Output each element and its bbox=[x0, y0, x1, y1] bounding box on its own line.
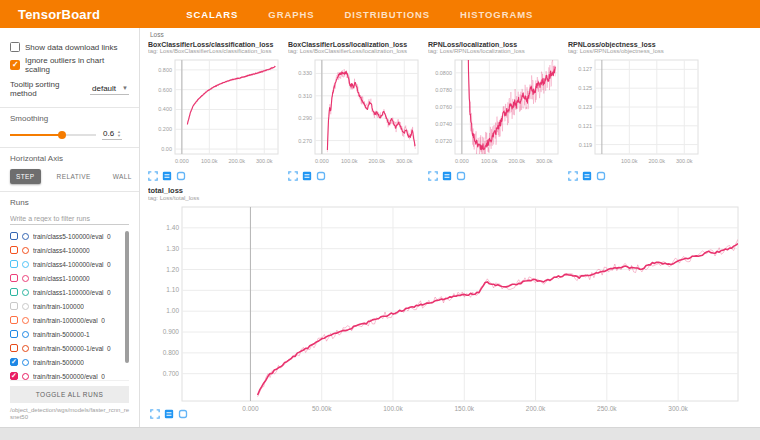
chart-title: BoxClassifierLoss/classification_loss bbox=[148, 41, 282, 48]
pin-icon[interactable] bbox=[456, 171, 466, 181]
runs-label: Runs bbox=[10, 198, 129, 207]
svg-text:100.0k: 100.0k bbox=[341, 158, 358, 164]
category-header-loss[interactable]: Loss bbox=[150, 31, 760, 38]
tooltip-sorting-dropdown[interactable]: default ▼ bbox=[90, 84, 129, 95]
chart-actions bbox=[428, 171, 562, 181]
chart-tag: tag: Loss/BoxClassifierLoss/localization… bbox=[288, 48, 422, 54]
chart-actions bbox=[288, 171, 422, 181]
run-color-circle-icon[interactable] bbox=[22, 247, 29, 254]
axis-button-wall[interactable]: WALL bbox=[107, 169, 138, 184]
svg-text:1.20: 1.20 bbox=[166, 266, 179, 273]
run-checkbox[interactable] bbox=[10, 372, 18, 380]
show-download-links-label: Show data download links bbox=[25, 43, 118, 52]
stepper-arrows-icon[interactable]: ▲▼ bbox=[117, 130, 121, 138]
run-color-circle-icon[interactable] bbox=[22, 331, 29, 338]
run-item[interactable]: train/class5-100000/eval_0 bbox=[10, 229, 129, 243]
tab-graphs[interactable]: GRAPHS bbox=[268, 9, 314, 20]
svg-text:0.125: 0.125 bbox=[578, 85, 592, 91]
runs-filter-input[interactable] bbox=[10, 213, 129, 225]
data-table-icon[interactable] bbox=[582, 171, 592, 181]
smoothing-slider[interactable] bbox=[10, 134, 96, 136]
run-item[interactable]: train/class4-100000 bbox=[10, 243, 129, 257]
run-checkbox[interactable] bbox=[10, 232, 18, 240]
svg-text:0.00: 0.00 bbox=[161, 146, 172, 152]
run-name: train/class5-100000/eval_0 bbox=[33, 233, 111, 240]
line-chart[interactable]: 0.3300.3100.2900.2700.000100.0k200.0k300… bbox=[288, 56, 422, 170]
chart-card-total-loss: total_loss tag: Loss/total_loss 1.401.30… bbox=[148, 186, 748, 419]
run-checkbox[interactable] bbox=[10, 330, 18, 338]
run-checkbox[interactable] bbox=[10, 344, 18, 352]
fullscreen-expand-icon[interactable] bbox=[288, 171, 298, 181]
run-item[interactable]: train/class4-100000/eval_0 bbox=[10, 257, 129, 271]
pin-icon[interactable] bbox=[596, 171, 606, 181]
run-color-circle-icon[interactable] bbox=[22, 345, 29, 352]
svg-text:0.121: 0.121 bbox=[578, 123, 592, 129]
run-color-circle-icon[interactable] bbox=[22, 373, 29, 380]
run-checkbox[interactable] bbox=[10, 316, 18, 324]
ignore-outliers-label: Ignore outliers in chart scaling bbox=[25, 56, 129, 74]
line-chart[interactable]: 0.08000.07800.07600.07400.07200.000100.0… bbox=[428, 56, 562, 170]
tab-histograms[interactable]: HISTOGRAMS bbox=[460, 9, 533, 20]
run-item[interactable]: train/train-500000-1/eval_0 bbox=[10, 341, 129, 355]
run-item[interactable]: train/train-500000-1 bbox=[10, 327, 129, 341]
ignore-outliers-option[interactable]: Ignore outliers in chart scaling bbox=[10, 56, 129, 74]
svg-text:0.290: 0.290 bbox=[298, 115, 312, 121]
checkbox-icon[interactable] bbox=[10, 60, 20, 70]
data-table-icon[interactable] bbox=[442, 171, 452, 181]
run-name: train/train-100000/eval_0 bbox=[33, 317, 105, 324]
show-download-links-option[interactable]: Show data download links bbox=[10, 42, 129, 52]
run-checkbox[interactable] bbox=[10, 358, 18, 366]
svg-text:300.0k: 300.0k bbox=[256, 158, 273, 164]
run-checkbox[interactable] bbox=[10, 288, 18, 296]
page-bottom-scroll-gutter[interactable] bbox=[0, 427, 760, 440]
data-table-icon[interactable] bbox=[162, 171, 172, 181]
run-item[interactable]: train/class1-100000/eval_0 bbox=[10, 285, 129, 299]
svg-text:0.0720: 0.0720 bbox=[435, 138, 452, 144]
svg-text:1.00: 1.00 bbox=[166, 307, 179, 314]
fullscreen-expand-icon[interactable] bbox=[148, 171, 158, 181]
runs-list-scrollbar[interactable] bbox=[125, 231, 129, 363]
smoothing-value-stepper[interactable]: 0.6 ▲▼ bbox=[102, 129, 122, 140]
run-item[interactable]: train/train-100000/eval_0 bbox=[10, 313, 129, 327]
fullscreen-expand-icon[interactable] bbox=[428, 171, 438, 181]
run-color-circle-icon[interactable] bbox=[22, 233, 29, 240]
run-item[interactable]: train/train-500000 bbox=[10, 355, 129, 369]
data-table-icon[interactable] bbox=[164, 409, 174, 419]
run-checkbox[interactable] bbox=[10, 274, 18, 282]
line-chart[interactable]: 1.401.301.201.101.000.9000.8000.7000.000… bbox=[148, 203, 748, 419]
checkbox-icon[interactable] bbox=[10, 42, 20, 52]
pin-icon[interactable] bbox=[316, 171, 326, 181]
slider-thumb[interactable] bbox=[58, 131, 66, 139]
svg-text:0.310: 0.310 bbox=[298, 93, 312, 99]
run-checkbox[interactable] bbox=[10, 302, 18, 310]
line-chart[interactable]: 0.8000.6000.4000.2000.000.000100.0k200.0… bbox=[148, 56, 282, 170]
toggle-all-runs-button[interactable]: TOGGLE ALL RUNS bbox=[10, 386, 129, 403]
tab-distributions[interactable]: DISTRIBUTIONS bbox=[344, 9, 430, 20]
pin-icon[interactable] bbox=[176, 171, 186, 181]
fullscreen-expand-icon[interactable] bbox=[150, 409, 160, 419]
run-item[interactable]: train/class1-100000 bbox=[10, 271, 129, 285]
data-table-icon[interactable] bbox=[302, 171, 312, 181]
runs-list: train/class5-100000/eval_0train/class4-1… bbox=[10, 229, 129, 381]
run-color-circle-icon[interactable] bbox=[22, 275, 29, 282]
run-color-circle-icon[interactable] bbox=[22, 317, 29, 324]
run-color-circle-icon[interactable] bbox=[22, 289, 29, 296]
fullscreen-expand-icon[interactable] bbox=[568, 171, 578, 181]
run-item[interactable]: train/train-500000/eval_0 bbox=[10, 369, 129, 381]
svg-text:300.0k: 300.0k bbox=[676, 158, 693, 164]
axis-button-step[interactable]: STEP bbox=[10, 169, 41, 184]
pin-icon[interactable] bbox=[178, 409, 188, 419]
run-name: train/train-500000-1/eval_0 bbox=[33, 345, 111, 352]
run-color-circle-icon[interactable] bbox=[22, 303, 29, 310]
run-item[interactable]: train/train-100000 bbox=[10, 299, 129, 313]
tab-scalars[interactable]: SCALARS bbox=[186, 9, 238, 20]
axis-button-relative[interactable]: RELATIVE bbox=[51, 169, 97, 184]
horizontal-axis-buttons: STEPRELATIVEWALL bbox=[10, 169, 129, 184]
run-color-circle-icon[interactable] bbox=[22, 359, 29, 366]
run-color-circle-icon[interactable] bbox=[22, 261, 29, 268]
run-checkbox[interactable] bbox=[10, 260, 18, 268]
run-checkbox[interactable] bbox=[10, 246, 18, 254]
line-chart[interactable]: 0.1270.1250.1230.1210.119100.0k200.0k300… bbox=[568, 56, 702, 170]
smoothing-value: 0.6 bbox=[103, 129, 115, 138]
svg-text:0.000: 0.000 bbox=[242, 405, 259, 412]
